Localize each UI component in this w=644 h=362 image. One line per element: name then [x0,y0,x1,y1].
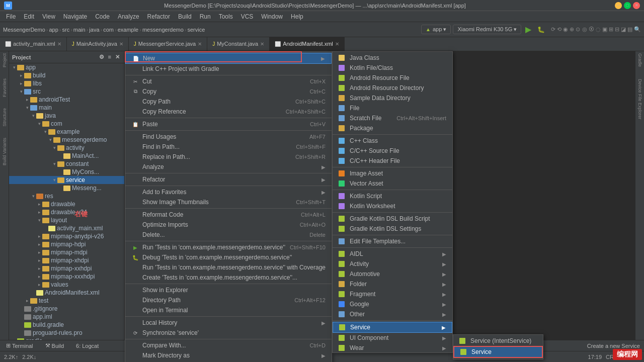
sub-cpp-source[interactable]: C/C++ Source File [333,146,452,156]
sub-ui-component[interactable]: UI Component ▶ [333,333,452,343]
cm-show-explorer[interactable]: Show in Explorer [125,285,332,295]
tree-item-main[interactable]: ▾ main [9,104,124,112]
structure-btn[interactable]: Structure [2,108,7,127]
sub-other[interactable]: Other ▶ [333,309,452,319]
build-variants-btn[interactable]: Build Variants [2,138,7,165]
tree-item-values[interactable]: ▸ values [9,281,124,289]
tree-item-mipmap-xxhdpi[interactable]: ▸ mipmap-xxhdpi [9,264,124,273]
close-button[interactable]: ✕ [633,2,640,9]
sub-kotlin-worksheet[interactable]: Kotlin Worksheet [333,201,452,211]
sub-wear[interactable]: Wear ▶ [333,343,452,353]
sub-kotlin-file[interactable]: Kotlin File/Class [333,63,452,73]
menu-file[interactable]: File [2,12,20,21]
tree-item-drawable[interactable]: ▸ drawable [9,200,124,208]
cm-run-coverage[interactable]: Run 'Tests in 'com.example.messengerdemo… [125,262,332,273]
menu-refactor[interactable]: Refactor [143,12,174,21]
tab-close-0[interactable]: ✕ [57,41,61,47]
breadcrumb-src[interactable]: src [62,27,69,33]
service-service[interactable]: Service [453,346,543,358]
device-file-btn[interactable]: Device File Explorer [637,79,642,120]
menu-analyze[interactable]: Analyze [114,12,143,21]
tree-item-mipmap-anydpi[interactable]: ▸ mipmap-anydpi-v26 [9,232,124,240]
tree-item-service[interactable]: ▾ service [9,176,124,184]
tab-activity-main-xml[interactable]: ⬜ activity_main.xml ✕ [0,37,67,51]
sub-package[interactable]: Package [333,123,452,133]
cm-synchronize[interactable]: ⟳ Synchronize 'service' [125,328,332,338]
menu-tools[interactable]: Tools [215,12,237,21]
favorites-btn[interactable]: Favorites [2,78,7,97]
tree-item-src[interactable]: ▾ src [9,87,124,96]
cm-find-in-path[interactable]: Find in Path... Ctrl+Shift+F [125,142,332,152]
tree-item-mipmap-mdpi[interactable]: ▸ mipmap-mdpi [9,248,124,256]
cm-compare-with[interactable]: Compare With... Ctrl+D [125,340,332,350]
cm-local-history[interactable]: Local History ▶ [125,318,332,328]
breadcrumb-main[interactable]: main [73,27,86,33]
tree-item-example[interactable]: ▾ example [9,128,124,136]
debug-button[interactable]: 🐛 [535,26,547,33]
tree-item-mipmap-hdpi[interactable]: ▸ mipmap-hdpi [9,240,124,248]
sub-folder[interactable]: Folder ▶ [333,279,452,289]
sub-google[interactable]: Google ▶ [333,299,452,309]
cm-copy-path[interactable]: Copy Path Ctrl+Shift+C [125,97,332,107]
sub-service[interactable]: Service ▶ [333,322,452,333]
tree-item-app[interactable]: ▾ app [9,63,124,71]
tree-item-build-gradle[interactable]: ▸ build.gradle [9,321,124,329]
menu-help[interactable]: Help [287,12,307,21]
tree-item-mainact[interactable]: ▸ MainAct... [9,152,124,160]
sub-gradle-build[interactable]: Gradle Kotlin DSL Build Script [333,214,452,224]
tree-item-build[interactable]: ▸ build [9,71,124,79]
tree-item-layout[interactable]: ▾ layout [9,216,124,224]
run-button[interactable]: ▶ [523,25,533,34]
breadcrumb-app[interactable]: MessengerDemo [3,27,45,33]
build-tab[interactable]: ⚒ Build [43,342,66,349]
tree-item-app-iml[interactable]: ▸ app.iml [9,313,124,321]
sub-file[interactable]: File [333,103,452,113]
tree-item-mycons[interactable]: ▸ MyCons... [9,168,124,176]
menu-window[interactable]: Window [257,12,287,21]
gradle-panel-btn[interactable]: Gradle [637,53,642,67]
sub-activity[interactable]: Activity ▶ [333,259,452,269]
sub-sample-data[interactable]: Sample Data Directory [333,93,452,103]
sidebar-scroll[interactable]: ≡ [107,53,113,61]
cm-analyze[interactable]: Analyze ▶ [125,162,332,172]
maximize-button[interactable]: □ [624,2,631,9]
tab-close-4[interactable]: ✕ [335,41,339,47]
cm-copy-reference[interactable]: Copy Reference Ctrl+Alt+Shift+C [125,107,332,117]
tree-item-activity-main-xml[interactable]: ▸ activity_main.xml [9,224,124,232]
breadcrumb-example[interactable]: example [118,27,139,33]
cm-refactor[interactable]: Refactor ▶ [125,174,332,185]
cm-debug-tests[interactable]: 🐛 Debug 'Tests in 'com.example.messenger… [125,252,332,262]
tree-item-test[interactable]: ▸ test [9,297,124,305]
tree-item-res[interactable]: ▾ res [9,192,124,200]
sub-aidl[interactable]: AIDL ▶ [333,249,452,259]
sub-android-resource-file[interactable]: Android Resource File [333,73,452,83]
breadcrumb-java[interactable]: java [89,27,99,33]
menu-vcs[interactable]: VCS [237,12,258,21]
sub-cpp-header[interactable]: C/C++ Header File [333,156,452,166]
cm-directory-path[interactable]: Directory Path Ctrl+Alt+F12 [125,295,332,305]
menu-build[interactable]: Build [174,12,196,21]
sub-android-resource-dir[interactable]: Android Resource Directory [333,83,452,93]
tree-item-gitignore[interactable]: ▸ .gitignore [9,305,124,313]
sub-kotlin-script[interactable]: Kotlin Script [333,191,452,201]
sub-vector-asset[interactable]: Vector Asset [333,178,452,189]
tree-item-proguard[interactable]: ▸ proguard-rules.pro [9,329,124,337]
tab-mainactivity-java[interactable]: J MainActivity.java ✕ [67,37,129,51]
logcat-tab[interactable]: 6: Logcat [74,343,101,349]
cm-find-usages[interactable]: Find Usages Alt+F7 [125,132,332,142]
cm-link-cpp[interactable]: Link C++ Project with Gradle [125,64,332,74]
sub-image-asset[interactable]: Image Asset [333,168,452,178]
cm-replace-in-path[interactable]: Replace in Path... Ctrl+Shift+R [125,152,332,162]
cm-paste[interactable]: 📋 Paste Ctrl+V [125,119,332,129]
cm-open-terminal[interactable]: Open in Terminal [125,305,332,315]
menu-navigate[interactable]: Navigate [59,12,91,21]
cm-optimize-imports[interactable]: Optimize Imports Ctrl+Alt+O [125,220,332,230]
cm-mark-directory[interactable]: Mark Directory as ▶ [125,350,332,360]
sub-automotive[interactable]: Automotive ▶ [333,269,452,279]
sub-edit-templates[interactable]: Edit File Templates... [333,236,452,246]
breadcrumb-service[interactable]: service [188,27,205,33]
tab-myconstant-java[interactable]: J MyConstant.java ✕ [207,37,270,51]
tree-item-java[interactable]: ▾ java [9,112,124,120]
tree-item-com[interactable]: ▾ com [9,120,124,128]
tree-item-drawable-v24[interactable]: ▸ drawable-v24 [9,208,124,216]
